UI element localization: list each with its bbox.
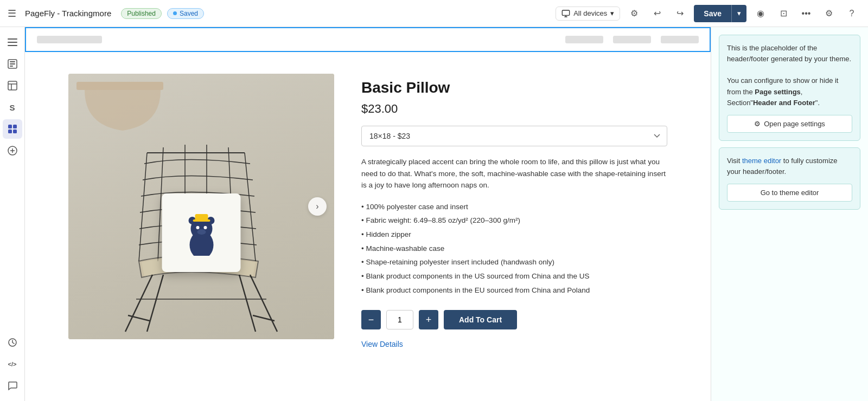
quantity-input[interactable] bbox=[386, 310, 413, 329]
go-to-theme-editor-button[interactable]: Go to theme editor bbox=[727, 184, 852, 202]
theme-editor-card: Visit theme editor to fully customize yo… bbox=[719, 147, 860, 210]
header-placeholder bbox=[25, 27, 711, 52]
redo-icon[interactable]: ↪ bbox=[671, 5, 688, 22]
sidebar-icon-shopify[interactable]: S bbox=[3, 98, 22, 117]
more-options-icon[interactable]: ••• bbox=[797, 5, 815, 22]
bear-illustration bbox=[180, 210, 223, 256]
svg-rect-10 bbox=[13, 125, 17, 128]
saved-dot bbox=[173, 11, 177, 15]
page-settings-link[interactable]: Page settings bbox=[755, 88, 801, 96]
monitor-icon bbox=[561, 9, 570, 18]
sidebar-icon-add[interactable] bbox=[3, 141, 22, 160]
saved-label: Saved bbox=[180, 10, 198, 17]
svg-point-34 bbox=[196, 226, 199, 229]
open-page-settings-label: Open page settings bbox=[764, 120, 825, 128]
feature-7: Blank product components in the EU sourc… bbox=[361, 283, 667, 297]
device-selector[interactable]: All devices ▾ bbox=[556, 7, 620, 21]
mantle-decoration bbox=[76, 82, 169, 141]
svg-rect-15 bbox=[76, 82, 163, 90]
svg-point-35 bbox=[203, 226, 207, 229]
quantity-increase-button[interactable]: + bbox=[419, 310, 438, 329]
chair-group bbox=[114, 137, 288, 339]
placeholder-bar-left bbox=[37, 36, 102, 43]
feature-3: Hidden zipper bbox=[361, 228, 667, 242]
undo-icon[interactable]: ↩ bbox=[648, 5, 666, 22]
placeholder-bar-mid2 bbox=[613, 36, 651, 43]
pillow bbox=[162, 193, 241, 272]
settings-filter-icon[interactable]: ⚙ bbox=[626, 5, 643, 22]
header-footer-link[interactable]: Header and Footer bbox=[753, 99, 815, 107]
save-button[interactable]: Save bbox=[694, 5, 731, 22]
svg-rect-0 bbox=[562, 10, 569, 15]
app-settings-icon[interactable]: ⚙ bbox=[820, 5, 838, 22]
theme-editor-text: Visit theme editor to fully customize yo… bbox=[727, 156, 852, 177]
svg-rect-7 bbox=[10, 66, 13, 67]
feature-6: Blank product components in the US sourc… bbox=[361, 269, 667, 283]
svg-line-25 bbox=[239, 275, 256, 332]
svg-rect-11 bbox=[8, 130, 12, 133]
info-text-1: This is the placeholder of the header/fo… bbox=[727, 44, 851, 63]
svg-rect-6 bbox=[10, 63, 15, 64]
svg-rect-3 bbox=[8, 45, 17, 46]
feature-2: Fabric weight: 6.49–8.85 oz/yd² (220–300… bbox=[361, 214, 667, 228]
svg-rect-9 bbox=[8, 125, 12, 128]
sidebar-icon-history[interactable] bbox=[3, 333, 22, 352]
save-group: Save ▾ bbox=[694, 5, 746, 22]
main-layout: S </> bbox=[0, 27, 868, 401]
product-image-container: › bbox=[68, 74, 334, 339]
app-title: PageFly - Trackingmore bbox=[25, 9, 111, 18]
device-dropdown-arrow: ▾ bbox=[610, 9, 614, 17]
product-name: Basic Pillow bbox=[361, 79, 667, 96]
svg-point-36 bbox=[197, 229, 206, 235]
svg-line-26 bbox=[250, 275, 277, 332]
svg-line-24 bbox=[147, 275, 163, 332]
sidebar-icon-menu[interactable] bbox=[3, 33, 22, 52]
svg-rect-2 bbox=[8, 42, 17, 43]
header-footer-info-card: This is the placeholder of the header/fo… bbox=[719, 35, 860, 141]
product-price: $23.00 bbox=[361, 102, 667, 116]
product-description: A strategically placed accent can bring … bbox=[361, 156, 667, 191]
sidebar-icon-code[interactable]: </> bbox=[3, 354, 22, 374]
topbar: ☰ PageFly - Trackingmore Published Saved… bbox=[0, 0, 868, 27]
responsive-preview-icon[interactable]: ⊡ bbox=[775, 5, 792, 22]
product-page: › Basic Pillow $23.00 18×18 - $23 A stra… bbox=[25, 52, 711, 401]
svg-rect-38 bbox=[193, 219, 210, 222]
product-info: Basic Pillow $23.00 18×18 - $23 A strate… bbox=[361, 74, 667, 379]
theme-editor-link[interactable]: theme editor bbox=[742, 157, 781, 165]
quantity-decrease-button[interactable]: − bbox=[361, 310, 381, 329]
info-text-4: ". bbox=[815, 99, 820, 107]
svg-rect-1 bbox=[8, 38, 17, 40]
sidebar-icon-elements[interactable] bbox=[3, 119, 22, 139]
help-icon[interactable]: ? bbox=[843, 5, 860, 22]
info-card-text: This is the placeholder of the header/fo… bbox=[727, 43, 852, 108]
product-image bbox=[68, 74, 334, 339]
variant-selector[interactable]: 18×18 - $23 bbox=[361, 126, 667, 146]
sidebar-icon-template[interactable] bbox=[3, 76, 22, 95]
canvas-area: › Basic Pillow $23.00 18×18 - $23 A stra… bbox=[25, 27, 711, 401]
save-dropdown-button[interactable]: ▾ bbox=[731, 5, 746, 22]
open-page-settings-button[interactable]: ⚙ Open page settings bbox=[727, 115, 852, 133]
product-features: 100% polyester case and insert Fabric we… bbox=[361, 200, 667, 297]
svg-rect-5 bbox=[10, 61, 15, 62]
device-label: All devices bbox=[573, 9, 607, 17]
svg-rect-12 bbox=[13, 130, 17, 133]
right-panel: This is the placeholder of the header/fo… bbox=[711, 27, 868, 401]
add-to-cart-button[interactable]: Add To Cart bbox=[444, 310, 517, 329]
cart-row: − + Add To Cart bbox=[361, 310, 667, 329]
placeholder-bar-mid1 bbox=[565, 36, 603, 43]
saved-badge: Saved bbox=[167, 8, 204, 19]
view-details-link[interactable]: View Details bbox=[361, 340, 403, 348]
published-badge: Published bbox=[121, 8, 162, 19]
svg-line-23 bbox=[125, 275, 152, 332]
preview-icon[interactable]: ◉ bbox=[752, 5, 769, 22]
feature-4: Machine-washable case bbox=[361, 242, 667, 256]
image-next-arrow[interactable]: › bbox=[308, 197, 327, 216]
menu-icon[interactable]: ☰ bbox=[8, 8, 16, 20]
sidebar-icon-chat[interactable] bbox=[3, 376, 22, 396]
svg-rect-8 bbox=[8, 81, 17, 90]
feature-5: Shape-retaining polyester insert include… bbox=[361, 255, 667, 269]
placeholder-bar-right bbox=[661, 36, 699, 43]
sidebar-icon-layers[interactable] bbox=[3, 54, 22, 74]
feature-1: 100% polyester case and insert bbox=[361, 200, 667, 214]
gear-settings-icon: ⚙ bbox=[754, 120, 761, 128]
